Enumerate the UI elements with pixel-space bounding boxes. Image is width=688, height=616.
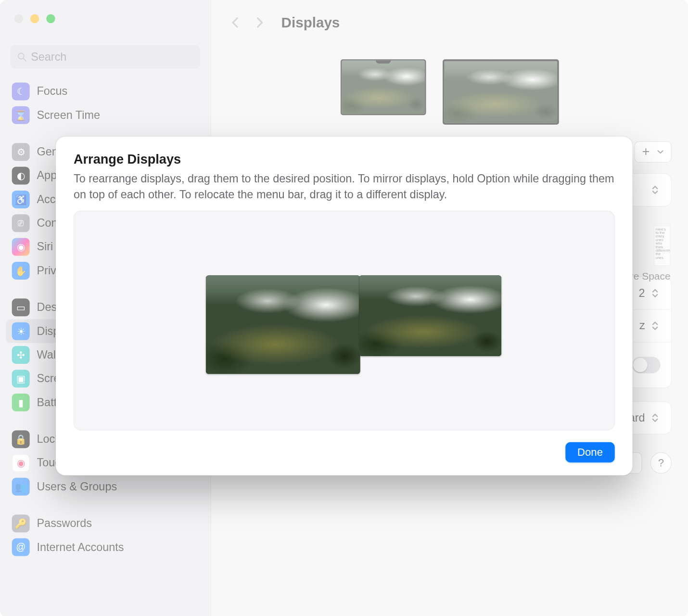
back-icon[interactable] xyxy=(229,16,242,29)
updown-icon xyxy=(650,185,660,195)
search-icon xyxy=(17,51,27,62)
arrange-canvas[interactable] xyxy=(74,211,615,430)
sidebar-item-users-groups[interactable]: 👥Users & Groups xyxy=(6,475,204,499)
dock-icon: ▭ xyxy=(12,298,30,316)
sidebar-item-label: Internet Accounts xyxy=(37,541,124,554)
moon-icon: ☾ xyxy=(12,82,30,100)
help-button[interactable]: ? xyxy=(650,452,672,474)
sidebar-item-label: Screen Time xyxy=(37,109,100,122)
fingerprint-icon: ◉ xyxy=(12,454,30,472)
forward-icon[interactable] xyxy=(253,16,266,29)
hdr-toggle[interactable] xyxy=(632,357,660,373)
minimize-window-icon[interactable] xyxy=(30,14,39,23)
sidebar-item-screen-time[interactable]: ⌛Screen Time xyxy=(6,103,204,127)
at-icon: @ xyxy=(12,539,30,556)
updown-icon xyxy=(650,321,660,331)
search-placeholder: Search xyxy=(31,51,66,64)
plus-icon: + xyxy=(642,144,650,160)
person-icon: ♿ xyxy=(12,191,30,208)
add-display-button[interactable]: + xyxy=(635,141,672,163)
window-controls xyxy=(14,14,55,23)
close-window-icon[interactable] xyxy=(14,14,23,23)
gear-icon: ⚙ xyxy=(12,143,30,161)
sidebar-item-label: Passwords xyxy=(37,517,92,530)
topbar: Displays xyxy=(211,0,688,45)
modal-description: To rearrange displays, drag them to the … xyxy=(74,171,615,203)
zoom-window-icon[interactable] xyxy=(46,14,55,23)
display-thumb-2[interactable] xyxy=(443,59,559,125)
arrange-displays-modal: Arrange Displays To rearrange displays, … xyxy=(56,137,633,475)
switches-icon: ⎚ xyxy=(12,214,30,232)
siri-icon: ◉ xyxy=(12,238,30,256)
search-input[interactable]: Search xyxy=(11,45,200,69)
display-thumbnails xyxy=(228,59,672,125)
sidebar-item-internet-accounts[interactable]: @Internet Accounts xyxy=(6,535,204,559)
hand-icon: ✋ xyxy=(12,262,30,280)
contrast-icon: ◐ xyxy=(12,167,30,185)
arrange-display-2[interactable] xyxy=(359,275,501,356)
hourglass-icon: ⌛ xyxy=(12,106,30,124)
screensaver-icon: ▣ xyxy=(12,370,30,387)
key-icon: 🔑 xyxy=(12,514,30,532)
chevron-down-icon xyxy=(657,148,664,155)
updown-icon xyxy=(650,412,660,423)
refresh-rate-select[interactable]: 2 xyxy=(639,287,661,300)
system-settings-window: Search ☾Focus⌛Screen Time⚙General◐Appear… xyxy=(0,0,688,616)
sidebar-item-passwords[interactable]: 🔑Passwords xyxy=(6,512,204,535)
people-icon: 👥 xyxy=(12,478,30,496)
sidebar-item-label: Users & Groups xyxy=(37,480,117,493)
resolution-preview-peek: Here's to the crazy ones who think diffe… xyxy=(654,226,671,266)
done-button[interactable]: Done xyxy=(565,442,614,462)
brightness-icon: ☀ xyxy=(12,322,30,340)
sidebar-item-focus[interactable]: ☾Focus xyxy=(6,79,204,103)
flower-icon: ✣ xyxy=(12,346,30,364)
use-as-select[interactable]: Use as y xyxy=(639,183,661,196)
display-thumb-1[interactable] xyxy=(341,59,426,115)
modal-title: Arrange Displays xyxy=(74,152,615,167)
lock-icon: 🔒 xyxy=(12,430,30,448)
sidebar-item-label: Focus xyxy=(37,85,67,98)
battery-icon: ▮ xyxy=(12,394,30,411)
updown-icon xyxy=(650,288,660,298)
hz-select[interactable]: z xyxy=(639,320,661,333)
arrange-display-1[interactable] xyxy=(206,275,360,374)
svg-line-1 xyxy=(23,58,26,61)
page-title: Displays xyxy=(281,14,340,31)
